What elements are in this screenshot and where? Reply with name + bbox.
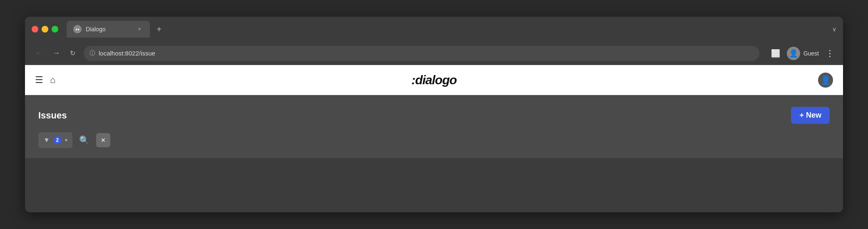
profile-avatar-symbol: 👤 (789, 49, 798, 58)
home-button[interactable]: ⌂ (50, 75, 55, 86)
address-bar: ← → ↻ ⓘ localhost:8022/issue ⬜ 👤 Guest ⋮ (25, 42, 843, 65)
issues-header: Issues + New (38, 107, 830, 124)
profile-area[interactable]: 👤 Guest (787, 47, 819, 60)
app-content: ☰ ⌂ :dialogo 👤 Issues + New ▼ 2 ▾ (25, 65, 843, 158)
tab-close-button[interactable]: × (136, 25, 143, 33)
title-bar: ●● Dialogo × + ∨ (25, 17, 843, 42)
forward-button[interactable]: → (51, 47, 62, 59)
issues-title: Issues (38, 110, 67, 121)
search-button[interactable]: 🔍 (77, 133, 91, 147)
clear-filter-button[interactable]: ✕ (96, 133, 110, 147)
back-button[interactable]: ← (33, 47, 44, 59)
app-navbar-right: 👤 (818, 73, 833, 88)
browser-actions: ⬜ 👤 Guest ⋮ (771, 47, 835, 60)
profile-label: Guest (803, 50, 819, 57)
tab-favicon: ●● (73, 25, 82, 33)
tabs-area: ●● Dialogo × + (67, 21, 827, 38)
user-avatar-symbol: 👤 (821, 75, 831, 85)
new-issue-button[interactable]: + New (791, 107, 830, 124)
profile-icon: 👤 (787, 47, 800, 60)
split-screen-button[interactable]: ⬜ (771, 49, 780, 58)
new-tab-button[interactable]: + (152, 22, 167, 37)
filter-icon: ▼ (43, 136, 50, 144)
reload-button[interactable]: ↻ (68, 48, 77, 59)
issues-filters: ▼ 2 ▾ 🔍 ✕ (38, 132, 830, 148)
active-tab[interactable]: ●● Dialogo × (67, 21, 150, 38)
more-options-button[interactable]: ⋮ (826, 48, 835, 58)
clear-icon: ✕ (101, 137, 106, 143)
tabs-expand-button[interactable]: ∨ (832, 26, 836, 33)
url-text: localhost:8022/issue (99, 50, 155, 57)
tab-title: Dialogo (86, 26, 132, 33)
filter-button[interactable]: ▼ 2 ▾ (38, 132, 72, 148)
traffic-lights (32, 26, 58, 33)
url-bar[interactable]: ⓘ localhost:8022/issue (84, 46, 759, 61)
filter-badge: 2 (53, 136, 62, 144)
issues-area: Issues + New ▼ 2 ▾ 🔍 ✕ (25, 95, 843, 158)
filter-chevron-icon: ▾ (65, 137, 67, 143)
maximize-traffic-light[interactable] (52, 26, 58, 33)
app-navbar-left: ☰ ⌂ (35, 75, 55, 86)
hamburger-menu-button[interactable]: ☰ (35, 75, 43, 86)
info-icon: ⓘ (90, 50, 95, 57)
minimize-traffic-light[interactable] (42, 26, 48, 33)
user-avatar-button[interactable]: 👤 (818, 73, 833, 88)
app-navbar: ☰ ⌂ :dialogo 👤 (25, 65, 843, 95)
close-traffic-light[interactable] (32, 26, 38, 33)
app-logo: :dialogo (411, 73, 457, 87)
browser-window: ●● Dialogo × + ∨ ← → ↻ ⓘ localhost:8022/… (25, 17, 843, 212)
